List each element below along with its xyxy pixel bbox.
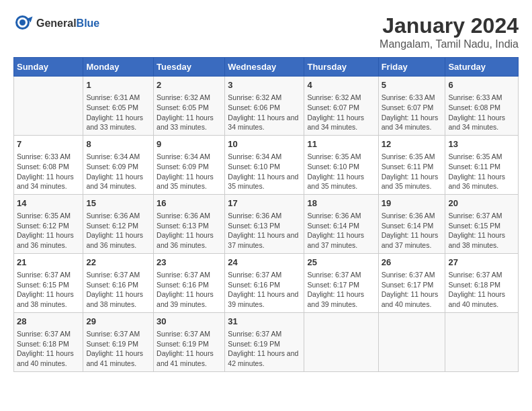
calendar-week-row: 21Sunrise: 6:37 AMSunset: 6:15 PMDayligh…	[14, 253, 519, 312]
day-number: 6	[448, 79, 515, 91]
header-saturday: Saturday	[445, 58, 519, 77]
calendar-cell: 24Sunrise: 6:37 AMSunset: 6:16 PMDayligh…	[225, 253, 304, 312]
day-number: 21	[17, 257, 80, 269]
cell-sunrise: Sunrise: 6:33 AM	[17, 152, 80, 162]
cell-daylight: Daylight: 11 hours and 33 minutes.	[157, 113, 222, 132]
calendar-week-row: 14Sunrise: 6:35 AMSunset: 6:12 PMDayligh…	[14, 194, 519, 253]
calendar-cell: 14Sunrise: 6:35 AMSunset: 6:12 PMDayligh…	[14, 194, 83, 253]
calendar-cell: 21Sunrise: 6:37 AMSunset: 6:15 PMDayligh…	[14, 253, 83, 312]
day-number: 27	[448, 257, 515, 269]
cell-sunrise: Sunrise: 6:37 AM	[86, 329, 150, 339]
cell-sunrise: Sunrise: 6:35 AM	[448, 152, 515, 162]
cell-daylight: Daylight: 11 hours and 33 minutes.	[86, 113, 150, 132]
cell-sunrise: Sunrise: 6:37 AM	[17, 329, 80, 339]
calendar-cell: 4Sunrise: 6:32 AMSunset: 6:07 PMDaylight…	[304, 77, 378, 136]
cell-daylight: Daylight: 11 hours and 38 minutes.	[448, 230, 515, 250]
cell-sunset: Sunset: 6:16 PM	[228, 280, 301, 290]
day-number: 9	[157, 138, 222, 150]
cell-sunrise: Sunrise: 6:36 AM	[228, 211, 301, 221]
logo-text-blue: Blue	[77, 17, 100, 29]
cell-daylight: Daylight: 11 hours and 35 minutes.	[157, 172, 222, 191]
day-number: 2	[157, 79, 222, 91]
calendar-cell: 8Sunrise: 6:34 AMSunset: 6:09 PMDaylight…	[83, 135, 154, 194]
cell-daylight: Daylight: 11 hours and 36 minutes.	[157, 230, 222, 250]
header-thursday: Thursday	[304, 58, 378, 77]
cell-sunrise: Sunrise: 6:33 AM	[382, 93, 443, 103]
calendar-table: SundayMondayTuesdayWednesdayThursdayFrid…	[13, 57, 519, 372]
calendar-cell: 31Sunrise: 6:37 AMSunset: 6:19 PMDayligh…	[225, 312, 304, 371]
calendar-cell	[304, 312, 378, 371]
cell-sunrise: Sunrise: 6:37 AM	[382, 270, 443, 280]
cell-sunset: Sunset: 6:05 PM	[157, 103, 222, 113]
day-number: 15	[86, 197, 150, 210]
day-number: 5	[382, 79, 443, 91]
cell-sunrise: Sunrise: 6:34 AM	[228, 152, 301, 162]
cell-daylight: Daylight: 11 hours and 38 minutes.	[86, 289, 150, 309]
calendar-cell: 12Sunrise: 6:35 AMSunset: 6:11 PMDayligh…	[378, 135, 445, 194]
cell-sunrise: Sunrise: 6:36 AM	[382, 211, 443, 221]
cell-sunset: Sunset: 6:12 PM	[86, 221, 150, 231]
calendar-week-row: 28Sunrise: 6:37 AMSunset: 6:18 PMDayligh…	[14, 312, 519, 371]
cell-sunrise: Sunrise: 6:32 AM	[307, 93, 375, 103]
logo: GeneralBlue	[13, 13, 99, 34]
cell-sunrise: Sunrise: 6:35 AM	[17, 211, 80, 221]
calendar-cell	[378, 312, 445, 371]
day-number: 17	[228, 197, 301, 210]
day-number: 30	[157, 316, 222, 328]
cell-daylight: Daylight: 11 hours and 35 minutes.	[307, 172, 375, 191]
day-number: 10	[228, 138, 301, 150]
cell-sunrise: Sunrise: 6:37 AM	[307, 270, 375, 280]
header-sunday: Sunday	[14, 58, 83, 77]
cell-sunset: Sunset: 6:07 PM	[307, 103, 375, 113]
logo-icon	[13, 13, 34, 34]
calendar-cell: 25Sunrise: 6:37 AMSunset: 6:17 PMDayligh…	[304, 253, 378, 312]
cell-sunrise: Sunrise: 6:35 AM	[307, 152, 375, 162]
cell-sunrise: Sunrise: 6:37 AM	[448, 270, 515, 280]
cell-daylight: Daylight: 11 hours and 40 minutes.	[382, 289, 443, 309]
day-number: 23	[157, 257, 222, 269]
day-number: 26	[382, 257, 443, 269]
cell-sunset: Sunset: 6:11 PM	[382, 162, 443, 172]
cell-sunset: Sunset: 6:09 PM	[86, 162, 150, 172]
cell-daylight: Daylight: 11 hours and 38 minutes.	[17, 289, 80, 309]
calendar-cell: 11Sunrise: 6:35 AMSunset: 6:10 PMDayligh…	[304, 135, 378, 194]
cell-sunrise: Sunrise: 6:36 AM	[157, 211, 222, 221]
page-header: GeneralBlue January 2024 Mangalam, Tamil…	[13, 13, 519, 50]
cell-sunrise: Sunrise: 6:31 AM	[86, 93, 150, 103]
calendar-cell: 2Sunrise: 6:32 AMSunset: 6:05 PMDaylight…	[154, 77, 225, 136]
header-monday: Monday	[83, 58, 154, 77]
cell-daylight: Daylight: 11 hours and 41 minutes.	[86, 349, 150, 368]
day-number: 25	[307, 257, 375, 269]
day-number: 24	[228, 257, 301, 269]
cell-daylight: Daylight: 11 hours and 36 minutes.	[17, 230, 80, 250]
cell-sunrise: Sunrise: 6:37 AM	[86, 270, 150, 280]
cell-daylight: Daylight: 11 hours and 34 minutes.	[17, 172, 80, 191]
calendar-week-row: 7Sunrise: 6:33 AMSunset: 6:08 PMDaylight…	[14, 135, 519, 194]
cell-sunset: Sunset: 6:09 PM	[157, 162, 222, 172]
cell-sunrise: Sunrise: 6:32 AM	[228, 93, 301, 103]
calendar-cell: 26Sunrise: 6:37 AMSunset: 6:17 PMDayligh…	[378, 253, 445, 312]
calendar-cell: 28Sunrise: 6:37 AMSunset: 6:18 PMDayligh…	[14, 312, 83, 371]
day-number: 14	[17, 197, 80, 210]
day-number: 4	[307, 79, 375, 91]
calendar-cell: 13Sunrise: 6:35 AMSunset: 6:11 PMDayligh…	[445, 135, 519, 194]
cell-daylight: Daylight: 11 hours and 35 minutes.	[228, 172, 301, 191]
day-number: 7	[17, 138, 80, 150]
day-number: 22	[86, 257, 150, 269]
cell-sunrise: Sunrise: 6:37 AM	[17, 270, 80, 280]
cell-daylight: Daylight: 11 hours and 41 minutes.	[157, 349, 222, 368]
header-tuesday: Tuesday	[154, 58, 225, 77]
svg-point-2	[19, 19, 26, 26]
day-number: 3	[228, 79, 301, 91]
cell-sunset: Sunset: 6:14 PM	[382, 221, 443, 231]
cell-sunset: Sunset: 6:13 PM	[157, 221, 222, 231]
cell-daylight: Daylight: 11 hours and 37 minutes.	[382, 230, 443, 250]
calendar-cell: 3Sunrise: 6:32 AMSunset: 6:06 PMDaylight…	[225, 77, 304, 136]
month-year-title: January 2024	[380, 13, 519, 38]
day-number: 13	[448, 138, 515, 150]
cell-sunset: Sunset: 6:14 PM	[307, 221, 375, 231]
calendar-cell: 29Sunrise: 6:37 AMSunset: 6:19 PMDayligh…	[83, 312, 154, 371]
calendar-cell: 15Sunrise: 6:36 AMSunset: 6:12 PMDayligh…	[83, 194, 154, 253]
cell-daylight: Daylight: 11 hours and 40 minutes.	[17, 349, 80, 368]
day-number: 11	[307, 138, 375, 150]
